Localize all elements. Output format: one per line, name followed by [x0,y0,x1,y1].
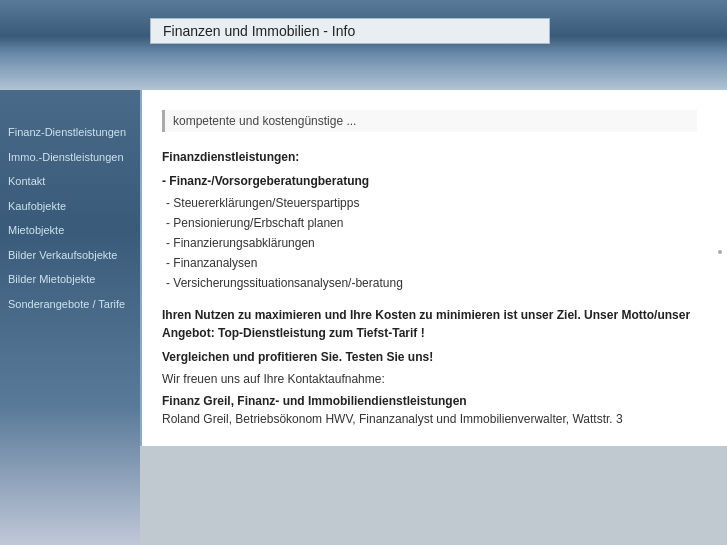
sidebar-item-sonderangebote[interactable]: Sonderangebote / Tarife [0,292,140,317]
sidebar-item-bilder-mietobjekte[interactable]: Bilder Mietobjekte [0,267,140,292]
list-item-3: - Pensionierung/Erbschaft planen [162,216,697,230]
list-item-5: - Finanzanalysen [162,256,697,270]
highlight-text: Ihren Nutzen zu maximieren und Ihre Kost… [162,306,697,342]
list-item-bold-1: - Finanz-/Vorsorgeberatungberatung [162,174,697,188]
header: Finanzen und Immobilien - Info [0,0,727,90]
sidebar-item-finanz-dienstleistungen[interactable]: Finanz-Dienstleistungen [0,120,140,145]
content-area: kompetente und kostengünstige ... Finanz… [140,90,727,446]
cta-text: Vergleichen und profitieren Sie. Testen … [162,350,697,364]
sidebar-item-bilder-verkaufsobjekte[interactable]: Bilder Verkaufsobjekte [0,243,140,268]
sidebar-item-kaufobjekte[interactable]: Kaufobjekte [0,194,140,219]
sidebar-item-immo-dienstleistungen[interactable]: Immo.-Dienstleistungen [0,145,140,170]
company-name: Finanz Greil, Finanz- und Immobiliendien… [162,394,697,408]
decorative-dot [718,250,722,254]
tagline: kompetente und kostengünstige ... [162,110,697,132]
list-item-4: - Finanzierungsabklärungen [162,236,697,250]
contact-intro: Wir freuen uns auf Ihre Kontaktaufnahme: [162,372,697,386]
sidebar: Finanz-Dienstleistungen Immo.-Dienstleis… [0,90,140,545]
list-item-2: - Steuererklärungen/Steuerspartipps [162,196,697,210]
sidebar-item-mietobjekte[interactable]: Mietobjekte [0,218,140,243]
main-layout: Finanz-Dienstleistungen Immo.-Dienstleis… [0,90,727,545]
header-title: Finanzen und Immobilien - Info [150,18,550,44]
section-title: Finanzdienstleistungen: [162,150,697,164]
company-details: Roland Greil, Betriebsökonom HWV, Finanz… [162,412,697,426]
list-item-6: - Versicherungssituationsanalysen/-berat… [162,276,697,290]
sidebar-item-kontakt[interactable]: Kontakt [0,169,140,194]
